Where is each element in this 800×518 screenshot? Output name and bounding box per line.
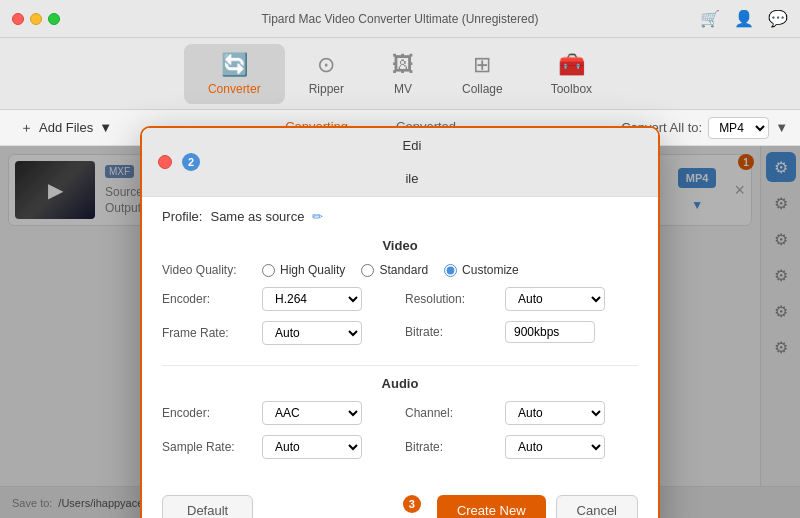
frame-rate-form-row: Frame Rate: Auto 24 30 [162,321,395,345]
title-bar-icons: 🛒 👤 💬 [700,9,788,28]
modal-title: Edi 2 ile [182,138,642,186]
audio-bitrate-select[interactable]: Auto 128kbps 256kbps [505,435,605,459]
default-button[interactable]: Default [162,495,253,518]
cart-icon[interactable]: 🛒 [700,9,720,28]
converter-icon: 🔄 [221,52,248,78]
channel-select[interactable]: Auto Mono Stereo [505,401,605,425]
edit-file-modal: Edi 2 ile Profile: Same as source ✏ Vide… [140,126,660,518]
audio-encoder-select[interactable]: AAC MP3 AC3 [262,401,362,425]
profile-row: Profile: Same as source ✏ [162,209,638,224]
converter-label: Converter [208,82,261,96]
radio-standard-input[interactable] [361,264,374,277]
message-icon[interactable]: 💬 [768,9,788,28]
add-files-label: Add Files [39,120,93,135]
minimize-button[interactable] [30,13,42,25]
radio-high-quality-input[interactable] [262,264,275,277]
audio-bitrate-form-row: Bitrate: Auto 128kbps 256kbps [405,435,638,459]
resolution-label: Resolution: [405,292,495,306]
encoder-resolution-row: Encoder: H.264 H.265 MPEG-4 Frame Rate: … [162,287,638,355]
modal-body: Profile: Same as source ✏ Video Video Qu… [142,197,658,485]
user-icon[interactable]: 👤 [734,9,754,28]
audio-encoder-channel-row: Encoder: AAC MP3 AC3 Sample Rate: Auto [162,401,638,469]
radio-customize-input[interactable] [444,264,457,277]
modal-title-suffix: ile [405,171,418,186]
maximize-button[interactable] [48,13,60,25]
modal-title-prefix: Edi [403,138,422,153]
frame-rate-select[interactable]: Auto 24 30 [262,321,362,345]
toolbox-icon: 🧰 [558,52,585,78]
encoder-select[interactable]: H.264 H.265 MPEG-4 [262,287,362,311]
sample-rate-select[interactable]: Auto 44100 48000 [262,435,362,459]
nav-collage[interactable]: ⊞ Collage [438,44,527,104]
video-quality-row: Video Quality: High Quality Standard [162,263,638,277]
nav-converter[interactable]: 🔄 Converter [184,44,285,104]
mv-label: MV [394,82,412,96]
profile-edit-icon[interactable]: ✏ [312,209,323,224]
title-bar: Tipard Mac Video Converter Ultimate (Unr… [0,0,800,38]
sample-rate-label: Sample Rate: [162,440,252,454]
create-new-button[interactable]: Create New [437,495,546,518]
audio-encoder-col: Encoder: AAC MP3 AC3 Sample Rate: Auto [162,401,395,469]
radio-high-quality[interactable]: High Quality [262,263,345,277]
encoder-label: Encoder: [162,292,252,306]
collage-label: Collage [462,82,503,96]
audio-bitrate-label: Bitrate: [405,440,495,454]
video-quality-label: Video Quality: [162,263,252,277]
modal-footer: Default 3 Create New Cancel [142,485,658,518]
dropdown-icon: ▼ [99,120,112,135]
encoder-form-row: Encoder: H.264 H.265 MPEG-4 [162,287,395,311]
step-three-badge: 3 [403,495,421,513]
frame-rate-label: Frame Rate: [162,326,252,340]
audio-encoder-label: Encoder: [162,406,252,420]
audio-encoder-form-row: Encoder: AAC MP3 AC3 [162,401,395,425]
encoder-col: Encoder: H.264 H.265 MPEG-4 Frame Rate: … [162,287,395,355]
resolution-col: Resolution: Auto 720x576 1920x1080 Bitra… [405,287,638,355]
radio-customize[interactable]: Customize [444,263,519,277]
ripper-label: Ripper [309,82,344,96]
nav-bar: 🔄 Converter ⊙ Ripper 🖼 MV ⊞ Collage 🧰 To… [0,38,800,110]
convert-all-dropdown-icon: ▼ [775,120,788,135]
modal-overlay: Edi 2 ile Profile: Same as source ✏ Vide… [0,146,800,518]
nav-toolbox[interactable]: 🧰 Toolbox [527,44,616,104]
cancel-button[interactable]: Cancel [556,495,638,518]
modal-step-badge: 2 [182,153,200,171]
app-title: Tipard Mac Video Converter Ultimate (Unr… [262,12,539,26]
channel-form-row: Channel: Auto Mono Stereo [405,401,638,425]
section-divider [162,365,638,366]
nav-ripper[interactable]: ⊙ Ripper [285,44,368,104]
format-select[interactable]: MP4 MKV AVI [708,117,769,139]
video-bitrate-input[interactable] [505,321,595,343]
sample-rate-form-row: Sample Rate: Auto 44100 48000 [162,435,395,459]
ripper-icon: ⊙ [317,52,335,78]
resolution-form-row: Resolution: Auto 720x576 1920x1080 [405,287,638,311]
video-section-title: Video [162,238,638,253]
resolution-select[interactable]: Auto 720x576 1920x1080 [505,287,605,311]
traffic-lights [12,13,60,25]
profile-value: Same as source [210,209,304,224]
modal-header: Edi 2 ile [142,128,658,197]
nav-mv[interactable]: 🖼 MV [368,44,438,104]
video-bitrate-label: Bitrate: [405,325,495,339]
radio-customize-label: Customize [462,263,519,277]
nav-items: 🔄 Converter ⊙ Ripper 🖼 MV ⊞ Collage 🧰 To… [184,44,616,104]
modal-close-button[interactable] [158,155,172,169]
profile-label: Profile: [162,209,202,224]
collage-icon: ⊞ [473,52,491,78]
channel-label: Channel: [405,406,495,420]
audio-channel-col: Channel: Auto Mono Stereo Bitrate: Auto [405,401,638,469]
plus-icon: ＋ [20,119,33,137]
video-bitrate-form-row: Bitrate: [405,321,638,343]
footer-right-buttons: 3 Create New Cancel [403,495,638,518]
audio-section-title: Audio [162,376,638,391]
add-files-button[interactable]: ＋ Add Files ▼ [12,115,120,141]
mv-icon: 🖼 [392,52,414,78]
radio-standard-label: Standard [379,263,428,277]
toolbox-label: Toolbox [551,82,592,96]
video-quality-options: High Quality Standard Customize [262,263,519,277]
main-content: ▶ MXF 64 Source: MXF.mxf ℹ Output: MXF.m… [0,146,800,518]
close-button[interactable] [12,13,24,25]
radio-standard[interactable]: Standard [361,263,428,277]
radio-high-quality-label: High Quality [280,263,345,277]
